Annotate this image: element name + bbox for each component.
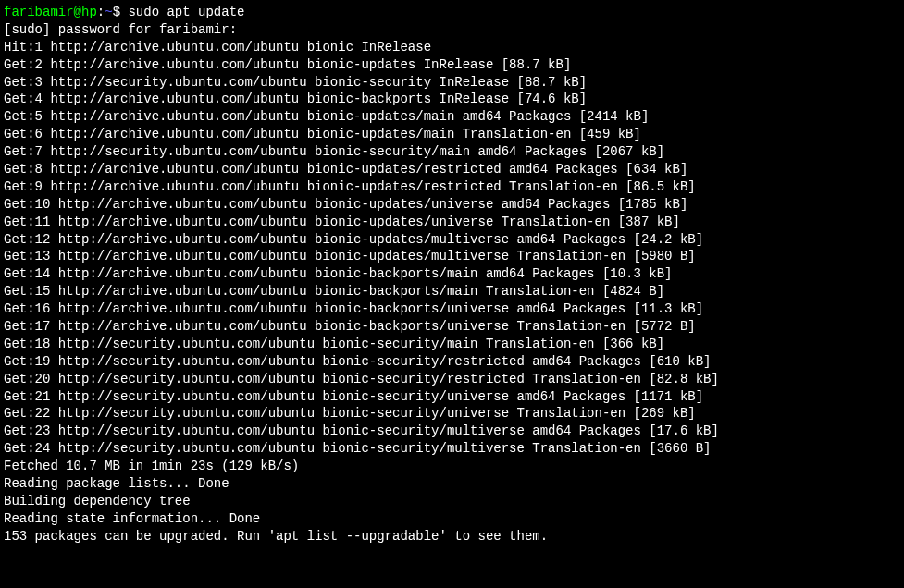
output-line: Get:2 http://archive.ubuntu.com/ubuntu b… — [4, 56, 900, 74]
prompt-colon: : — [97, 5, 105, 19]
output-line: Get:21 http://security.ubuntu.com/ubuntu… — [4, 388, 900, 406]
output-line: Get:16 http://archive.ubuntu.com/ubuntu … — [4, 300, 900, 318]
output-line: Reading state information... Done — [4, 510, 900, 528]
output-line: Get:20 http://security.ubuntu.com/ubuntu… — [4, 371, 900, 388]
prompt-dollar: $ — [113, 5, 129, 19]
output-line: 153 packages can be upgraded. Run 'apt l… — [4, 528, 900, 545]
output-line: Get:24 http://security.ubuntu.com/ubuntu… — [4, 440, 900, 458]
output-line: Get:3 http://security.ubuntu.com/ubuntu … — [4, 74, 900, 92]
output-line: Get:10 http://archive.ubuntu.com/ubuntu … — [4, 196, 900, 214]
output-line: Get:18 http://security.ubuntu.com/ubuntu… — [4, 336, 900, 353]
output-line: Get:22 http://security.ubuntu.com/ubuntu… — [4, 405, 900, 423]
command-text: sudo apt update — [128, 5, 244, 19]
output-line: Get:13 http://archive.ubuntu.com/ubuntu … — [4, 248, 900, 265]
output-line: Fetched 10.7 MB in 1min 23s (129 kB/s) — [4, 458, 900, 475]
output-line: Get:5 http://archive.ubuntu.com/ubuntu b… — [4, 108, 900, 126]
output-line: Get:6 http://archive.ubuntu.com/ubuntu b… — [4, 126, 900, 143]
output-line: Get:8 http://archive.ubuntu.com/ubuntu b… — [4, 161, 900, 178]
output-line: Building dependency tree — [4, 493, 900, 510]
prompt-user-host: faribamir@hp — [4, 5, 97, 19]
output-line: Get:23 http://security.ubuntu.com/ubuntu… — [4, 423, 900, 440]
output-line: Get:7 http://security.ubuntu.com/ubuntu … — [4, 143, 900, 161]
output-line: Get:14 http://archive.ubuntu.com/ubuntu … — [4, 265, 900, 283]
output-line: Get:12 http://archive.ubuntu.com/ubuntu … — [4, 231, 900, 249]
prompt-path: ~ — [105, 5, 112, 19]
output-line: Get:19 http://security.ubuntu.com/ubuntu… — [4, 353, 900, 371]
output-line: Get:15 http://archive.ubuntu.com/ubuntu … — [4, 283, 900, 300]
output-line: Hit:1 http://archive.ubuntu.com/ubuntu b… — [4, 39, 900, 56]
command-prompt-line[interactable]: faribamir@hp:~$ sudo apt update — [4, 4, 900, 21]
output-line: Get:9 http://archive.ubuntu.com/ubuntu b… — [4, 178, 900, 196]
output-line: Get:4 http://archive.ubuntu.com/ubuntu b… — [4, 91, 900, 108]
output-line: Get:17 http://archive.ubuntu.com/ubuntu … — [4, 318, 900, 336]
output-line: Reading package lists... Done — [4, 475, 900, 493]
output-line: [sudo] password for faribamir: — [4, 21, 900, 39]
output-line: Get:11 http://archive.ubuntu.com/ubuntu … — [4, 214, 900, 231]
